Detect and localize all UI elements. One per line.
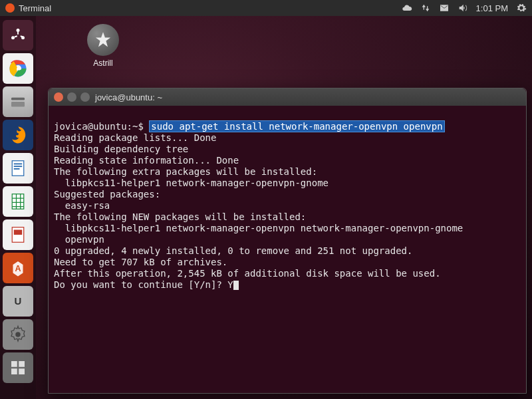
output-line: openvpn <box>54 234 104 245</box>
output-line: libpkcs11-helper1 network-manager-openvp… <box>54 178 329 188</box>
output-line: Need to get 707 kB of archives. <box>54 257 227 267</box>
output-line: The following NEW packages will be insta… <box>54 211 306 222</box>
confirm-prompt: Do you want to continue [Y/n]? <box>54 279 227 290</box>
output-line: The following extra packages will be ins… <box>54 166 317 177</box>
settings-app[interactable] <box>3 319 33 350</box>
svg-rect-6 <box>11 102 25 107</box>
svg-rect-14 <box>14 230 23 235</box>
volume-icon[interactable] <box>458 3 468 13</box>
svg-rect-10 <box>14 166 23 167</box>
firefox-app[interactable] <box>3 120 33 150</box>
svg-point-17 <box>15 332 21 337</box>
cloud-icon[interactable] <box>402 3 412 13</box>
svg-point-1 <box>11 36 15 39</box>
files-app[interactable] <box>3 86 33 117</box>
highlighted-command: sudo apt-get install network-manager-ope… <box>149 120 444 132</box>
svg-rect-19 <box>19 361 25 367</box>
svg-text:U: U <box>15 295 22 307</box>
titlebar[interactable]: jovica@ubuntu: ~ <box>49 88 526 106</box>
clock[interactable]: 1:01 PM <box>476 3 508 13</box>
gear-icon[interactable] <box>516 3 527 13</box>
close-button[interactable] <box>54 92 63 102</box>
svg-rect-9 <box>14 164 23 165</box>
svg-rect-11 <box>14 168 20 170</box>
output-line: Building dependency tree <box>54 144 188 154</box>
terminal-window: jovica@ubuntu: ~ jovica@ubuntu:~$ sudo a… <box>48 88 527 394</box>
output-line: easy-rsa <box>54 200 110 211</box>
astrill-desktop-icon[interactable]: Astrill <box>80 24 126 68</box>
mail-icon[interactable] <box>439 3 450 13</box>
output-line: Suggested packages: <box>54 189 160 200</box>
maximize-button[interactable] <box>80 92 90 102</box>
output-line: After this operation, 2,545 kB of additi… <box>54 268 441 279</box>
window-title: jovica@ubuntu: ~ <box>95 92 162 102</box>
impress-app[interactable] <box>3 219 33 250</box>
output-line: Reading package lists... Done <box>54 132 216 143</box>
confirm-input: Y <box>227 279 233 290</box>
svg-rect-18 <box>11 361 17 367</box>
terminal-output[interactable]: jovica@ubuntu:~$ sudo apt-get install ne… <box>49 106 526 393</box>
chrome-app[interactable] <box>3 53 33 84</box>
desktop-icon-label: Astrill <box>80 59 126 68</box>
software-center-app[interactable]: A <box>3 253 33 283</box>
dash-home[interactable] <box>3 20 33 51</box>
output-line: libpkcs11-helper1 network-manager-openvp… <box>54 223 463 233</box>
output-line: 0 upgraded, 4 newly installed, 0 to remo… <box>54 245 412 256</box>
svg-point-0 <box>17 29 20 32</box>
svg-rect-5 <box>11 98 25 100</box>
star-icon <box>87 24 119 56</box>
launcher: A U <box>0 16 36 399</box>
svg-rect-21 <box>19 368 25 374</box>
menu-bar: Terminal 1:01 PM <box>0 0 532 16</box>
minimize-button[interactable] <box>67 92 76 102</box>
cursor <box>233 281 239 290</box>
writer-app[interactable] <box>3 153 33 184</box>
ubuntu-logo-icon <box>5 3 15 13</box>
output-line: Reading state information... Done <box>54 155 239 166</box>
active-app-title: Terminal <box>19 3 51 13</box>
calc-app[interactable] <box>3 186 33 217</box>
workspace-switcher[interactable] <box>3 352 33 383</box>
amazon-app[interactable]: U <box>3 286 33 317</box>
svg-text:A: A <box>15 264 21 273</box>
svg-rect-20 <box>11 368 17 374</box>
network-icon[interactable] <box>420 3 431 13</box>
